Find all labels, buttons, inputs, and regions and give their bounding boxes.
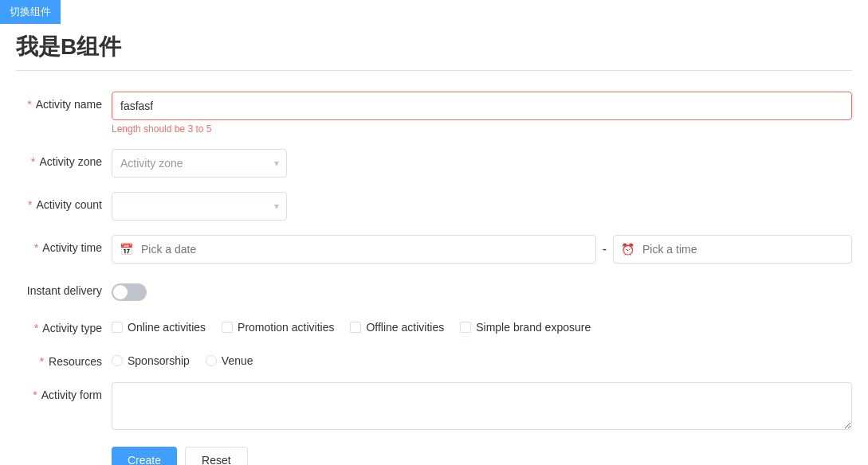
- clock-icon: ⏰: [621, 243, 634, 256]
- activity-zone-label: * Activity zone: [16, 149, 112, 168]
- radio-sponsorship-circle: [112, 355, 123, 366]
- radio-sponsorship-label: Sponsorship: [128, 354, 190, 367]
- activity-zone-row: * Activity zone Activity zone ▾: [16, 149, 852, 178]
- radio-venue-circle: [206, 355, 217, 366]
- activity-form-textarea[interactable]: [112, 382, 852, 430]
- checkbox-offline-box: [350, 322, 361, 333]
- activity-zone-select[interactable]: Activity zone: [112, 149, 287, 178]
- activity-type-label: * Activity type: [16, 315, 112, 334]
- toggle-knob: [113, 285, 128, 299]
- activity-name-input[interactable]: [112, 92, 852, 120]
- date-dash: -: [603, 242, 607, 256]
- form: * Activity name Length should be 3 to 5 …: [16, 84, 852, 465]
- activity-form-row: * Activity form: [16, 382, 852, 432]
- checkbox-promotion[interactable]: Promotion activities: [222, 321, 334, 334]
- activity-time-row: * Activity time 📅 - ⏰: [16, 235, 852, 264]
- time-input-wrapper: ⏰: [613, 235, 852, 264]
- checkbox-brand-box: [460, 322, 471, 333]
- main-container: 我是B组件 * Activity name Length should be 3…: [0, 24, 868, 465]
- instant-delivery-toggle[interactable]: [112, 283, 147, 301]
- activity-count-content: ▾: [112, 192, 852, 221]
- checkbox-offline[interactable]: Offline activities: [350, 321, 444, 334]
- resources-content: Sponsorship Venue: [112, 349, 852, 367]
- activity-type-row: * Activity type Online activities Promot…: [16, 315, 852, 334]
- activity-type-content: Online activities Promotion activities O…: [112, 315, 852, 334]
- resources-row: * Resources Sponsorship Venue: [16, 349, 852, 368]
- button-row: Create Reset: [16, 447, 852, 465]
- checkbox-brand-label: Simple brand exposure: [476, 321, 591, 334]
- page-title: 我是B组件: [16, 32, 852, 71]
- radio-venue[interactable]: Venue: [206, 354, 253, 367]
- date-input-wrapper: 📅: [112, 235, 596, 264]
- activity-type-checkbox-group: Online activities Promotion activities O…: [112, 315, 852, 334]
- checkbox-online-box: [112, 322, 123, 333]
- create-button[interactable]: Create: [112, 447, 177, 465]
- instant-delivery-label: Instant delivery: [16, 278, 112, 297]
- required-star: *: [27, 98, 31, 111]
- reset-button[interactable]: Reset: [185, 447, 248, 465]
- activity-count-row: * Activity count ▾: [16, 192, 852, 221]
- instant-delivery-row: Instant delivery: [16, 278, 852, 301]
- activity-form-label: * Activity form: [16, 382, 112, 401]
- switch-component-button[interactable]: 切换组件: [10, 6, 51, 18]
- date-input[interactable]: [112, 235, 596, 264]
- checkbox-promotion-box: [222, 322, 233, 333]
- instant-delivery-content: [112, 278, 852, 301]
- resources-label: * Resources: [16, 349, 112, 368]
- activity-name-row: * Activity name Length should be 3 to 5: [16, 92, 852, 135]
- top-bar: 切换组件: [0, 0, 868, 24]
- checkbox-online-label: Online activities: [128, 321, 206, 334]
- activity-name-label: * Activity name: [16, 92, 112, 111]
- activity-form-content: [112, 382, 852, 432]
- activity-count-label: * Activity count: [16, 192, 112, 211]
- activity-time-content: 📅 - ⏰: [112, 235, 852, 264]
- activity-name-content: Length should be 3 to 5: [112, 92, 852, 135]
- checkbox-offline-label: Offline activities: [366, 321, 444, 334]
- time-input[interactable]: [613, 235, 852, 264]
- activity-time-label: * Activity time: [16, 235, 112, 254]
- activity-count-select-wrapper: ▾: [112, 192, 287, 221]
- activity-zone-content: Activity zone ▾: [112, 149, 852, 178]
- checkbox-promotion-label: Promotion activities: [238, 321, 334, 334]
- radio-venue-label: Venue: [222, 354, 253, 367]
- resources-radio-group: Sponsorship Venue: [112, 349, 852, 367]
- activity-count-select[interactable]: [112, 192, 287, 221]
- activity-zone-select-wrapper: Activity zone ▾: [112, 149, 287, 178]
- checkbox-online[interactable]: Online activities: [112, 321, 206, 334]
- radio-sponsorship[interactable]: Sponsorship: [112, 354, 190, 367]
- datetime-row: 📅 - ⏰: [112, 235, 852, 264]
- activity-name-error: Length should be 3 to 5: [112, 123, 852, 135]
- checkbox-brand[interactable]: Simple brand exposure: [460, 321, 591, 334]
- calendar-icon: 📅: [120, 243, 133, 256]
